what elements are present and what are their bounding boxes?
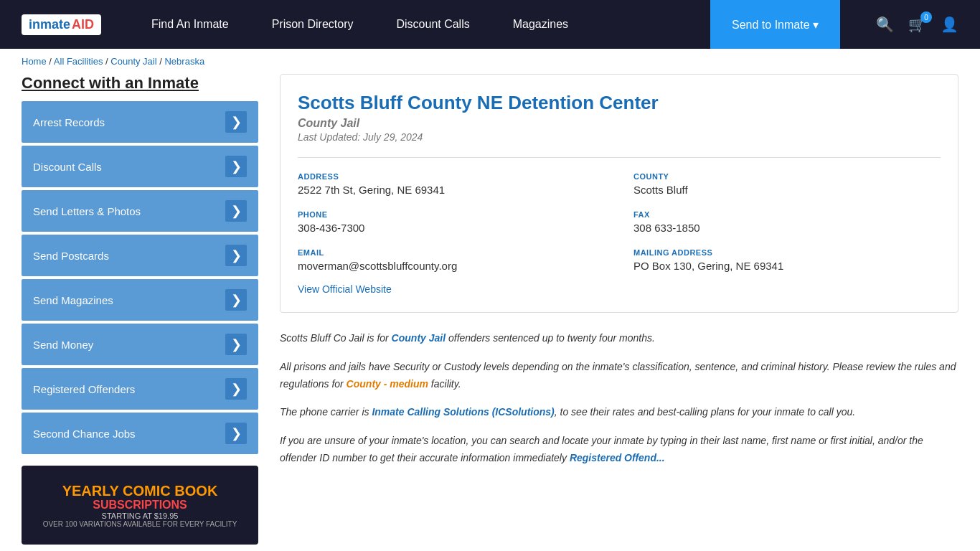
phone-item: PHONE 308-436-7300 [298,210,605,234]
description: Scotts Bluff Co Jail is for County Jail … [280,330,958,467]
nav-find-inmate[interactable]: Find An Inmate [130,0,250,49]
arrow-icon: ❯ [225,378,247,400]
main-nav: Find An Inmate Prison Directory Discount… [130,0,840,49]
email-item: EMAIL moverman@scottsbluffcounty.org [298,248,605,272]
arrow-icon: ❯ [225,423,247,444]
county-jail-link[interactable]: County Jail [392,332,446,344]
nav-send-to-inmate[interactable]: Send to Inmate ▾ [710,0,840,49]
county-item: COUNTY Scotts Bluff [633,172,941,196]
sidebar-item-send-money[interactable]: Send Money ❯ [22,324,258,365]
arrow-icon: ❯ [225,200,247,222]
arrow-icon: ❯ [225,289,247,311]
view-website-link[interactable]: View Official Website [298,283,392,295]
sidebar-item-send-magazines[interactable]: Send Magazines ❯ [22,279,258,321]
header-icons: 🔍 🛒 0 👤 [876,16,958,33]
desc-p1: Scotts Bluff Co Jail is for County Jail … [280,330,958,347]
breadcrumb-home[interactable]: Home [22,56,47,67]
icsolutions-link[interactable]: Inmate Calling Solutions (ICSolutions) [372,406,554,418]
desc-p3: The phone carrier is Inmate Calling Solu… [280,404,958,421]
ad-price: STARTING AT $19.95 [102,512,179,520]
sidebar-title: Connect with an Inmate [22,74,258,93]
fax-item: FAX 308 633-1850 [633,210,941,234]
search-icon[interactable]: 🔍 [876,16,894,33]
cart-badge: 0 [920,11,932,23]
mailing-value: PO Box 130, Gering, NE 69341 [633,260,941,272]
facility-card: Scotts Bluff County NE Detention Center … [280,74,958,313]
breadcrumb-county-jail[interactable]: County Jail [110,56,156,67]
facility-updated: Last Updated: July 29, 2024 [298,131,941,143]
facility-type: County Jail [298,117,941,130]
phone-value: 308-436-7300 [298,222,605,234]
breadcrumb-all-facilities[interactable]: All Facilities [54,56,103,67]
address-value: 2522 7th St, Gering, NE 69341 [298,184,605,196]
header: inmateAID Find An Inmate Prison Director… [0,0,980,49]
address-label: ADDRESS [298,172,605,181]
ad-banner[interactable]: YEARLY COMIC BOOK SUBSCRIPTIONS STARTING… [22,466,258,545]
desc-p4: If you are unsure of your inmate's locat… [280,433,958,467]
sidebar-item-arrest-records[interactable]: Arrest Records ❯ [22,101,258,143]
arrow-icon: ❯ [225,334,247,355]
sidebar-item-send-letters[interactable]: Send Letters & Photos ❯ [22,190,258,232]
logo-text: inmate [29,17,70,32]
fax-value: 308 633-1850 [633,222,941,234]
mailing-label: MAILING ADDRESS [633,248,941,257]
address-item: ADDRESS 2522 7th St, Gering, NE 69341 [298,172,605,196]
county-value: Scotts Bluff [633,184,941,196]
logo[interactable]: inmateAID [22,14,101,35]
sidebar-item-send-postcards[interactable]: Send Postcards ❯ [22,235,258,276]
registered-offenders-link[interactable]: Registered Offend... [570,452,665,463]
facility-name: Scotts Bluff County NE Detention Center [298,92,941,114]
breadcrumb-nebraska[interactable]: Nebraska [164,56,204,67]
nav-magazines[interactable]: Magazines [491,0,590,49]
user-icon[interactable]: 👤 [941,16,958,33]
county-medium-link[interactable]: County - medium [347,378,428,390]
info-grid: ADDRESS 2522 7th St, Gering, NE 69341 CO… [298,172,941,272]
sidebar-item-second-chance-jobs[interactable]: Second Chance Jobs ❯ [22,413,258,454]
desc-p2: All prisons and jails have Security or C… [280,359,958,393]
email-label: EMAIL [298,248,605,257]
cart-icon[interactable]: 🛒 0 [908,16,926,33]
sidebar: Connect with an Inmate Arrest Records ❯ … [22,74,258,545]
divider [298,157,941,158]
ad-subtitle: SUBSCRIPTIONS [93,499,187,512]
nav-discount-calls[interactable]: Discount Calls [374,0,491,49]
ad-sub2: OVER 100 VARIATIONS AVAILABLE FOR EVERY … [43,520,237,528]
sidebar-item-registered-offenders[interactable]: Registered Offenders ❯ [22,368,258,410]
main-content: Connect with an Inmate Arrest Records ❯ … [0,74,980,551]
breadcrumb: Home / All Facilities / County Jail / Ne… [0,49,980,74]
phone-label: PHONE [298,210,605,219]
sidebar-item-discount-calls[interactable]: Discount Calls ❯ [22,146,258,187]
arrow-icon: ❯ [225,111,247,133]
ad-title: YEARLY COMIC BOOK [62,483,218,499]
nav-prison-directory[interactable]: Prison Directory [250,0,375,49]
county-label: COUNTY [633,172,941,181]
arrow-icon: ❯ [225,245,247,266]
mailing-item: MAILING ADDRESS PO Box 130, Gering, NE 6… [633,248,941,272]
logo-aid: AID [72,17,94,32]
email-value: moverman@scottsbluffcounty.org [298,260,605,272]
content-area: Scotts Bluff County NE Detention Center … [280,74,958,545]
fax-label: FAX [633,210,941,219]
arrow-icon: ❯ [225,156,247,177]
